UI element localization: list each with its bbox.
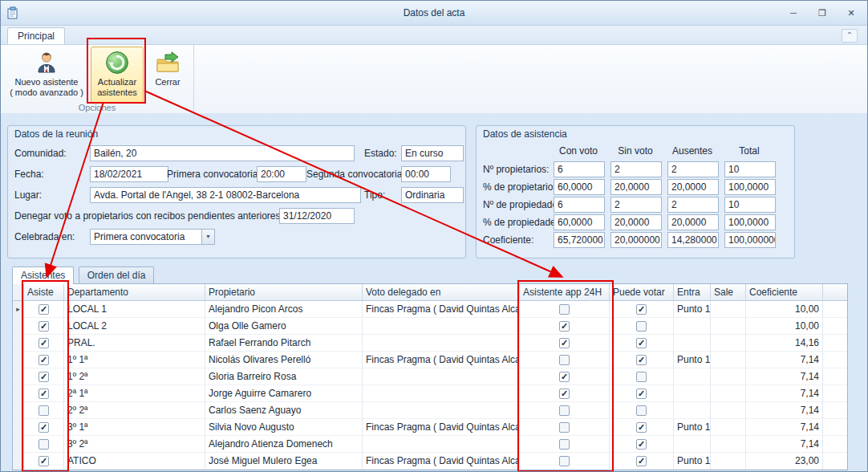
cell-asiste[interactable]: ✓ [24,301,64,318]
grid-header-cell[interactable]: Sale [711,284,746,301]
cell-propietario[interactable]: Alejandro Picon Arcos [205,301,363,318]
asistencia-value-field[interactable]: 20,0000 [610,214,662,230]
estado-field[interactable]: En curso [401,145,464,161]
asiste-checkbox[interactable]: ✓ [39,456,49,466]
cell-coeficiente[interactable]: 14,16 [746,335,823,352]
puede-votar-checkbox[interactable]: ✓ [636,304,647,315]
cell-departamento[interactable]: 3º 1ª [64,419,205,436]
grid-header-cell[interactable]: Voto delegado en [363,284,520,301]
asistente-app-24h-checkbox[interactable]: ✓ [559,389,570,399]
grid-row[interactable]: 2º 2ªCarlos Saenz Aguayo7,14 [13,402,847,419]
cell-entra[interactable]: Punto 1 [674,352,711,368]
cell-propietario[interactable]: Carlos Saenz Aguayo [205,402,363,419]
asistencia-value-field[interactable]: 2 [610,197,662,213]
grid-header-cell[interactable]: Entra [674,284,711,301]
cell-entra[interactable]: Punto 1 [674,419,711,436]
cell-puede-votar[interactable]: ✓ [610,335,674,352]
cell-asistente-app-24h[interactable] [520,419,610,436]
asiste-checkbox[interactable] [39,439,49,450]
cell-entra[interactable] [674,436,711,453]
cell-sale[interactable] [711,301,746,318]
cell-sale[interactable] [711,352,746,368]
minimize-icon[interactable]: ─ [782,6,805,21]
cell-asistente-app-24h[interactable]: ✓ [520,368,610,385]
grid-header-cell[interactable]: Departamento [64,284,205,301]
cell-asistente-app-24h[interactable]: ✓ [520,318,610,335]
asistente-app-24h-checkbox[interactable] [559,439,570,450]
cell-asiste[interactable]: ✓ [24,335,64,352]
cell-sale[interactable] [711,419,746,436]
cell-coeficiente[interactable]: 7,14 [746,402,823,419]
cell-coeficiente[interactable]: 7,14 [746,419,823,436]
asistencia-value-field[interactable]: 14,280000 [667,232,719,248]
grid-header-cell[interactable]: Propietario [205,284,363,301]
cell-departamento[interactable]: PRAL. [64,335,205,352]
asistencia-value-field[interactable]: 100,0000 [724,179,776,195]
cell-puede-votar[interactable]: ✓ [610,453,674,470]
puede-votar-checkbox[interactable]: ✓ [636,389,647,399]
asistencia-value-field[interactable]: 100,000000 [724,232,776,248]
cell-asiste[interactable]: ✓ [24,453,64,470]
asistencia-value-field[interactable]: 2 [667,161,719,177]
cell-puede-votar[interactable] [610,402,674,419]
asistencia-value-field[interactable]: 60,0000 [554,214,605,230]
nuevo-asistente-button[interactable]: Nuevo asistente ( modo avanzado ) [6,47,87,103]
cell-propietario[interactable]: Gloria Barreiro Rosa [205,368,363,385]
cell-coeficiente[interactable]: 7,14 [746,352,823,368]
asistente-app-24h-checkbox[interactable] [559,405,570,416]
puede-votar-checkbox[interactable] [636,372,647,382]
grid-row[interactable]: ✓LOCAL 2Olga Olle Gamero✓10,00 [13,318,847,335]
restore-icon[interactable]: ❐ [811,6,834,21]
asiste-checkbox[interactable]: ✓ [39,355,49,365]
tab-principal[interactable]: Principal [7,27,65,44]
asistente-app-24h-checkbox[interactable] [559,304,570,315]
cell-asiste[interactable]: ✓ [24,419,64,436]
asiste-checkbox[interactable]: ✓ [39,389,49,399]
cell-entra[interactable]: Punto 1 [674,301,711,318]
cell-puede-votar[interactable]: ✓ [610,352,674,368]
cerrar-button[interactable]: Cerrar [147,47,189,103]
asiste-checkbox[interactable]: ✓ [39,338,49,348]
cell-puede-votar[interactable]: ✓ [610,419,674,436]
cell-puede-votar[interactable]: ✓ [610,436,674,453]
cell-asistente-app-24h[interactable] [520,436,610,453]
cell-voto-delegado[interactable] [363,402,520,419]
asiste-checkbox[interactable]: ✓ [39,321,49,332]
cell-propietario[interactable]: Rafael Ferrando Pitarch [205,335,363,352]
cell-voto-delegado[interactable] [363,385,520,402]
ribbon-collapse-icon[interactable]: ⌃ [842,29,858,43]
cell-asiste[interactable]: ✓ [24,368,64,385]
asistencia-value-field[interactable]: 100,0000 [724,214,776,230]
cell-voto-delegado[interactable]: Fincas Pragma ( David Quintas Alcal... [363,301,520,318]
cell-propietario[interactable]: José Miguel Mulero Egea [205,453,363,470]
puede-votar-checkbox[interactable]: ✓ [636,422,647,433]
asistencia-value-field[interactable]: 2 [667,197,719,213]
cell-entra[interactable] [674,368,711,385]
cell-voto-delegado[interactable]: Fincas Pragma ( David Quintas Alcal... [363,453,520,470]
asiste-checkbox[interactable] [39,405,49,416]
cell-asistente-app-24h[interactable] [520,402,610,419]
asistente-app-24h-checkbox[interactable] [559,456,570,466]
tipo-field[interactable]: Ordinaria [401,187,464,203]
cell-asistente-app-24h[interactable]: ✓ [520,385,610,402]
cell-asiste[interactable]: ✓ [24,385,64,402]
grid-row[interactable]: ✓1º 1ªNicolás Olivares PerellóFincas Pra… [13,352,847,368]
comunidad-field[interactable]: Bailén, 20 [90,145,355,161]
primera-convocatoria-field[interactable]: 20:00 [257,166,306,182]
close-icon[interactable]: ✕ [840,6,862,21]
cell-sale[interactable] [711,318,746,335]
dropdown-icon[interactable]: ▼ [201,230,214,244]
cell-voto-delegado[interactable] [363,335,520,352]
cell-sale[interactable] [711,436,746,453]
cell-propietario[interactable]: Alejandro Atienza Domenech [205,436,363,453]
cell-asistente-app-24h[interactable]: ✓ [520,335,610,352]
grid-row[interactable]: ✓3º 1ªSilvia Novo AugustoFincas Pragma (… [13,419,847,436]
puede-votar-checkbox[interactable]: ✓ [636,338,647,348]
cell-asiste[interactable] [24,436,64,453]
grid-row[interactable]: ✓1º 2ªGloria Barreiro Rosa✓7,14 [13,368,847,385]
tab-orden-del-dia[interactable]: Orden del día [79,267,155,283]
segunda-convocatoria-field[interactable]: 00:00 [401,166,451,182]
cell-entra[interactable] [674,318,711,335]
grid-header-cell[interactable]: Asistente app 24H [520,284,610,301]
cell-coeficiente[interactable]: 7,14 [746,436,823,453]
